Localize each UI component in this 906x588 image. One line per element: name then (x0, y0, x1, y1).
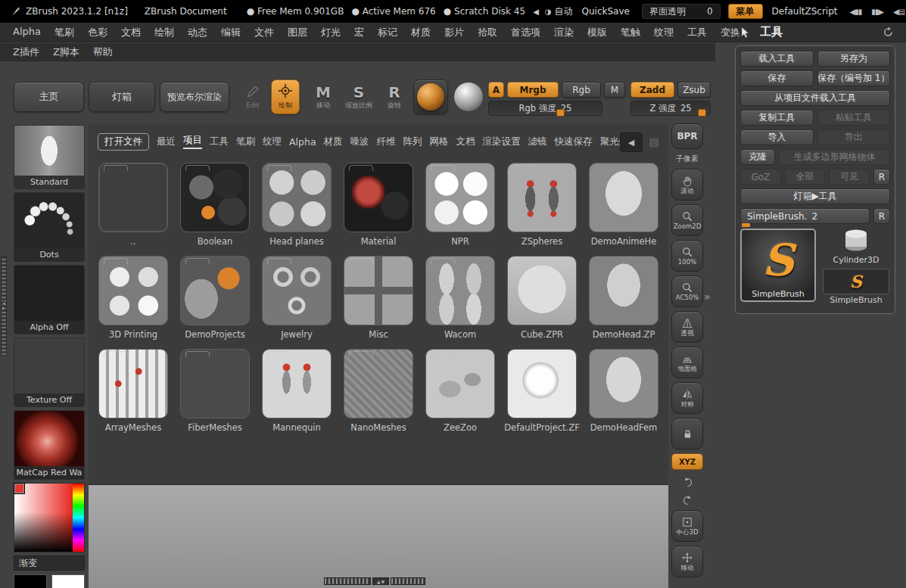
menu-item[interactable]: 拾取 (478, 26, 497, 39)
lightbox-to-tool-button[interactable]: 灯箱▶工具 (740, 188, 890, 204)
ui-transparency-slider[interactable]: 界面透明 0 (642, 4, 721, 19)
lightbox-tab[interactable]: 快速保存 (555, 135, 593, 148)
file-thumbnail[interactable] (589, 256, 658, 325)
tool-slider-handle[interactable] (742, 223, 750, 227)
folder-thumbnail[interactable] (344, 163, 413, 232)
auto-toggle[interactable]: 自动 (555, 5, 573, 18)
folder-thumbnail[interactable] (262, 163, 332, 232)
left-tray-scrollbar[interactable]: ◂ ▸ (1, 256, 7, 356)
save-numbered-button[interactable]: 保存（编号加 1） (817, 70, 891, 86)
current-tool-slider[interactable]: SimpleBrush. 2 (740, 208, 870, 224)
lightbox-tab[interactable]: 滤镜 (528, 135, 547, 148)
menu-item[interactable]: Z插件 (13, 45, 39, 59)
xyz-button[interactable]: XYZ (671, 453, 703, 470)
menu-item[interactable]: 首选项 (511, 26, 540, 39)
mrgb-button[interactable]: Mrgb (507, 82, 559, 98)
material-preview-button[interactable] (413, 79, 448, 114)
zscript-rewind-icon[interactable]: ◀▮▮ (849, 8, 861, 16)
menu-item[interactable]: 影片 (444, 26, 464, 39)
edit-mode-button[interactable]: Edit (239, 79, 266, 114)
menu-item[interactable]: 灯光 (321, 26, 341, 39)
menu-item[interactable]: Alpha (13, 26, 41, 39)
z-intensity-slider[interactable]: Z 强度 25 (630, 101, 711, 116)
menu-item[interactable]: 材质 (411, 26, 431, 39)
folder-thumbnail[interactable] (98, 163, 168, 232)
scroll-button[interactable]: 滚动 (671, 169, 703, 201)
tray-collapse-icon[interactable]: » (704, 291, 711, 303)
lightbox-tab[interactable]: 工具 (210, 135, 229, 148)
scroll-up-icon[interactable]: ▲ (377, 579, 381, 584)
color-picker[interactable] (14, 483, 85, 552)
rotate-ccw-button[interactable] (671, 474, 703, 490)
current-brush-thumbnail[interactable]: Standard (14, 125, 85, 189)
folder-thumbnail[interactable] (262, 256, 332, 325)
file-thumbnail[interactable] (507, 256, 577, 325)
m-button[interactable]: M (604, 82, 625, 98)
preview-boolean-render-button[interactable]: 预览布尔渲染 (160, 82, 229, 112)
zsub-button[interactable]: Zsub (677, 82, 711, 98)
menu-item[interactable]: 色彩 (88, 26, 107, 39)
alt-color-swatch[interactable] (51, 574, 85, 588)
menu-item[interactable]: 宏 (354, 26, 364, 39)
draw-mode-button[interactable]: 绘制 (271, 79, 300, 114)
menu-item[interactable]: 编辑 (221, 26, 241, 39)
lightbox-scrollbar[interactable]: ▲ ▼ (324, 577, 425, 585)
menu-item[interactable]: 图层 (288, 26, 307, 39)
scroll-down-icon[interactable]: ▼ (381, 579, 385, 584)
doc-prev-icon[interactable]: ◀▤ (893, 8, 904, 16)
recent-tool-cylinder3d[interactable] (839, 229, 873, 254)
lightbox-button[interactable]: 灯箱 (89, 82, 155, 112)
lightbox-tab[interactable]: 阵列 (403, 135, 422, 148)
menu-item[interactable]: 纹理 (654, 26, 674, 39)
aa-half-button[interactable]: AC50% (671, 275, 703, 307)
menu-item[interactable]: 动态 (188, 26, 207, 39)
a-mode-button[interactable]: A (488, 82, 504, 98)
current-stroke-thumbnail[interactable]: Dots (14, 192, 85, 262)
frame-3d-button[interactable]: 中心3D (671, 510, 703, 542)
r-button[interactable]: R (873, 169, 890, 185)
menu-item[interactable]: 渲染 (554, 26, 574, 39)
lightbox-tab[interactable]: 噪波 (350, 135, 369, 148)
move-canvas-button[interactable]: 移动 (671, 546, 703, 577)
collapse-right-icon[interactable]: ▸ (2, 306, 5, 310)
folder-thumbnail[interactable] (425, 256, 495, 325)
recent-tool-simplebrush[interactable]: S (823, 269, 889, 294)
zscript-forward-icon[interactable]: ▮▮▶ (871, 8, 883, 16)
zadd-button[interactable]: Zadd (630, 82, 674, 98)
secondary-color-swatch[interactable] (14, 484, 24, 493)
import-button[interactable]: 导入 (740, 129, 814, 145)
current-material-thumbnail[interactable]: MatCap Red Wa (14, 410, 85, 480)
rgb-intensity-handle[interactable] (556, 109, 565, 117)
menu-item[interactable]: 标记 (378, 26, 397, 39)
file-thumbnail[interactable] (589, 163, 658, 232)
lightbox-tab[interactable]: 项目 (183, 134, 202, 149)
folder-thumbnail[interactable] (98, 256, 168, 325)
load-from-project-button[interactable]: 从项目文件载入工具 (740, 90, 890, 106)
symmetry-button[interactable]: 对称 (671, 382, 703, 414)
folder-thumbnail[interactable] (344, 256, 413, 325)
active-tool-thumbnail[interactable]: S SimpleBrush (740, 229, 816, 302)
menu-item[interactable]: 变换 (721, 26, 740, 39)
scrollbar-thumb[interactable] (391, 577, 425, 585)
lightbox-tab[interactable]: 网格 (430, 135, 449, 148)
zoom2d-button[interactable]: Zoom2D (671, 204, 703, 236)
rotate-cw-button[interactable] (671, 492, 703, 509)
folder-thumbnail[interactable] (98, 349, 168, 418)
lightbox-tab[interactable]: 渲染设置 (483, 135, 521, 148)
lightbox-tab[interactable]: 材质 (324, 135, 343, 148)
menu-item[interactable]: 帮助 (93, 45, 113, 59)
menu-item[interactable]: 工具 (687, 26, 707, 39)
actual-size-button[interactable]: 100% (671, 240, 703, 272)
move-mode-button[interactable]: M 移动 (307, 79, 339, 114)
document-canvas[interactable] (89, 484, 668, 588)
home-button[interactable]: 主页 (14, 82, 84, 112)
scrollbar-arrows[interactable]: ▲ ▼ (372, 577, 389, 585)
refresh-icon[interactable] (883, 26, 894, 38)
folder-thumbnail[interactable] (180, 163, 250, 232)
perspective-button[interactable]: 透视 (671, 311, 703, 343)
folder-thumbnail[interactable] (425, 349, 495, 418)
solo-button[interactable] (671, 418, 703, 450)
current-alpha-thumbnail[interactable]: Alpha Off (14, 265, 85, 334)
scrollbar-thumb[interactable] (324, 577, 371, 585)
copy-tool-button[interactable]: 复制工具 (740, 110, 814, 126)
